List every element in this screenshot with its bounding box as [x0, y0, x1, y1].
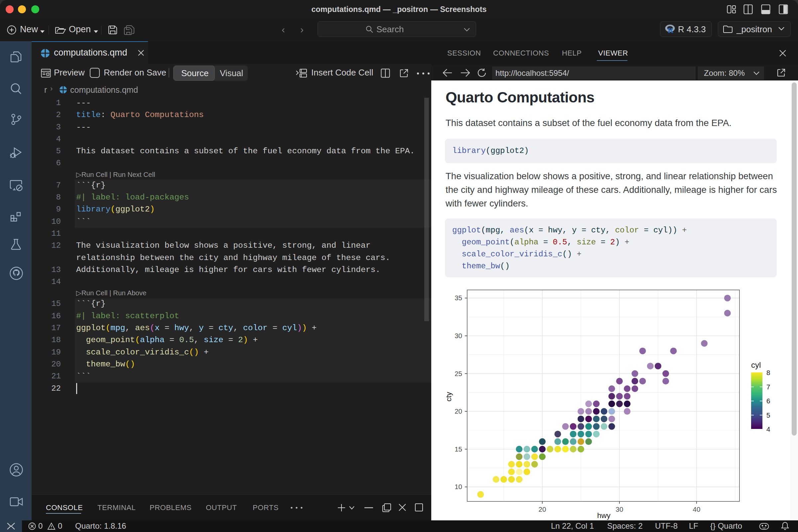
svg-text:15: 15 [455, 445, 462, 453]
svg-text:25: 25 [455, 370, 462, 377]
svg-text:R: R [668, 26, 673, 34]
svg-text:40: 40 [693, 506, 701, 513]
svg-text:6: 6 [766, 397, 770, 405]
svg-text:20: 20 [539, 506, 546, 513]
svg-text:cyl: cyl [751, 360, 761, 369]
svg-text:8: 8 [766, 369, 770, 376]
svg-text:30: 30 [616, 506, 624, 513]
svg-text:35: 35 [455, 294, 462, 302]
svg-text:hwy: hwy [597, 511, 611, 520]
svg-text:30: 30 [455, 332, 462, 340]
svg-text:4: 4 [766, 425, 770, 433]
svg-text:cty: cty [445, 392, 453, 402]
svg-text:10: 10 [455, 483, 462, 491]
svg-text:7: 7 [766, 383, 770, 391]
svg-text:20: 20 [455, 407, 462, 415]
svg-text:5: 5 [766, 411, 770, 419]
